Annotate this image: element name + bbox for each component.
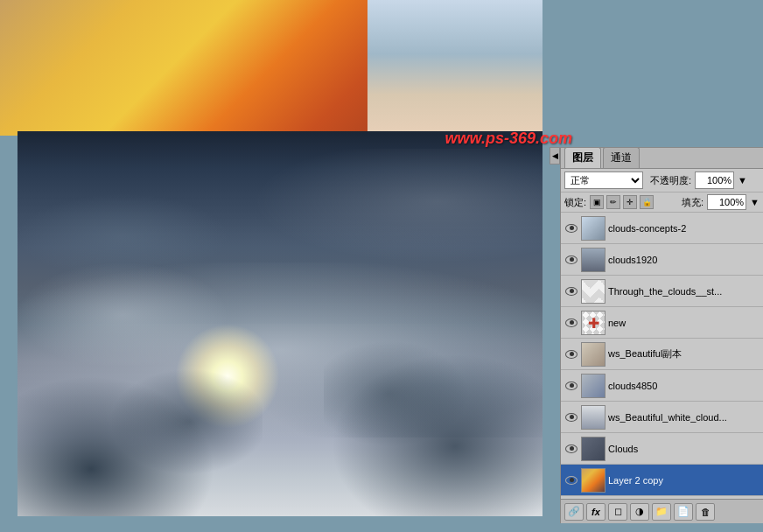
blend-mode-row: 正常 溶解 变暗 正片叠底 不透明度: ▼ bbox=[561, 169, 763, 192]
lock-all-btn[interactable]: 🔒 bbox=[640, 195, 654, 209]
layer-name: ws_Beautiful_white_cloud... bbox=[608, 412, 760, 423]
layer-name: new bbox=[608, 318, 760, 328]
layer-visibility-toggle[interactable] bbox=[564, 253, 578, 267]
layer-visibility-toggle[interactable] bbox=[564, 442, 578, 456]
layer-thumbnail bbox=[581, 248, 606, 272]
layer-name: clouds4850 bbox=[608, 381, 760, 391]
layers-panel: 图层 通道 正常 溶解 变暗 正片叠底 不透明度: ▼ 锁定: ▣ ✏ ✛ 🔒 … bbox=[560, 147, 763, 523]
fill-percent-icon: ▼ bbox=[750, 197, 760, 207]
layer-thumbnail bbox=[581, 374, 606, 398]
layer-name: Clouds bbox=[608, 444, 760, 454]
layer-row[interactable]: new bbox=[561, 307, 763, 339]
delete-layer-button[interactable]: 🗑 bbox=[696, 503, 715, 521]
panel-tabs: 图层 通道 bbox=[561, 148, 763, 169]
opacity-input[interactable] bbox=[695, 172, 734, 189]
new-group-button[interactable]: 📁 bbox=[652, 503, 671, 521]
adjustment-button[interactable]: ◑ bbox=[630, 503, 649, 521]
layer-visibility-toggle[interactable] bbox=[564, 410, 578, 424]
layer-name: clouds1920 bbox=[608, 255, 760, 265]
watermark-text: www.ps-369.com bbox=[445, 130, 572, 148]
layer-name: Layer 2 copy bbox=[608, 475, 760, 486]
fill-input[interactable] bbox=[707, 194, 746, 210]
main-canvas-image bbox=[18, 131, 542, 516]
layer-name: clouds-concepts-2 bbox=[608, 223, 760, 234]
layer-row[interactable]: clouds1920 bbox=[561, 244, 763, 276]
layer-visibility-toggle[interactable] bbox=[564, 379, 578, 393]
layer-thumbnail bbox=[581, 405, 606, 430]
layer-name: Through_the_clouds__st... bbox=[608, 286, 760, 297]
blend-mode-select[interactable]: 正常 溶解 变暗 正片叠底 bbox=[564, 172, 643, 189]
layer-row[interactable]: clouds4850 bbox=[561, 370, 763, 402]
layer-visibility-toggle[interactable] bbox=[564, 473, 578, 487]
layer-thumbnail bbox=[581, 279, 606, 304]
lock-paint-btn[interactable]: ✏ bbox=[606, 195, 620, 209]
layer-row[interactable]: Clouds bbox=[561, 433, 763, 465]
new-layer-button[interactable]: 📄 bbox=[674, 503, 693, 521]
layer-thumbnail bbox=[581, 468, 606, 493]
layer-thumbnail bbox=[581, 437, 606, 461]
panel-collapse-arrow[interactable]: ◀ bbox=[550, 147, 560, 164]
add-mask-button[interactable]: ◻ bbox=[608, 503, 627, 521]
layer-thumbnail bbox=[581, 311, 606, 335]
opacity-percent-icon: ▼ bbox=[738, 175, 747, 186]
layer-name: ws_Beautiful副本 bbox=[608, 347, 760, 360]
lock-label: 锁定: bbox=[564, 196, 586, 209]
tab-channels[interactable]: 通道 bbox=[603, 147, 640, 168]
link-layers-button[interactable]: 🔗 bbox=[564, 503, 584, 521]
layer-thumbnail bbox=[581, 216, 606, 241]
lock-transparent-btn[interactable]: ▣ bbox=[590, 195, 604, 209]
panel-toolbar: 🔗 fx ◻ ◑ 📁 📄 🗑 bbox=[561, 499, 763, 523]
layer-visibility-toggle[interactable] bbox=[564, 284, 578, 298]
lock-row: 锁定: ▣ ✏ ✛ 🔒 填充: ▼ bbox=[561, 192, 763, 213]
bg-explosion-image bbox=[0, 0, 542, 136]
layer-visibility-toggle[interactable] bbox=[564, 347, 578, 361]
lock-move-btn[interactable]: ✛ bbox=[623, 195, 637, 209]
layer-row[interactable]: Layer 2 copy bbox=[561, 465, 763, 496]
tab-layers[interactable]: 图层 bbox=[564, 147, 601, 168]
lock-icons-group: ▣ ✏ ✛ 🔒 bbox=[590, 195, 654, 209]
layer-row[interactable]: ws_Beautiful_white_cloud... bbox=[561, 402, 763, 433]
layer-visibility-toggle[interactable] bbox=[564, 316, 578, 330]
opacity-label: 不透明度: bbox=[650, 174, 691, 187]
layers-list[interactable]: clouds-concepts-2 clouds1920 Through_the… bbox=[561, 213, 763, 499]
layer-row[interactable]: Through_the_clouds__st... bbox=[561, 276, 763, 307]
layer-visibility-toggle[interactable] bbox=[564, 221, 578, 235]
layer-effects-button[interactable]: fx bbox=[586, 503, 606, 521]
layer-row[interactable]: clouds-concepts-2 bbox=[561, 213, 763, 244]
layer-thumbnail bbox=[581, 342, 606, 367]
fill-label: 填充: bbox=[682, 196, 704, 209]
layer-row[interactable]: ws_Beautiful副本 bbox=[561, 339, 763, 370]
